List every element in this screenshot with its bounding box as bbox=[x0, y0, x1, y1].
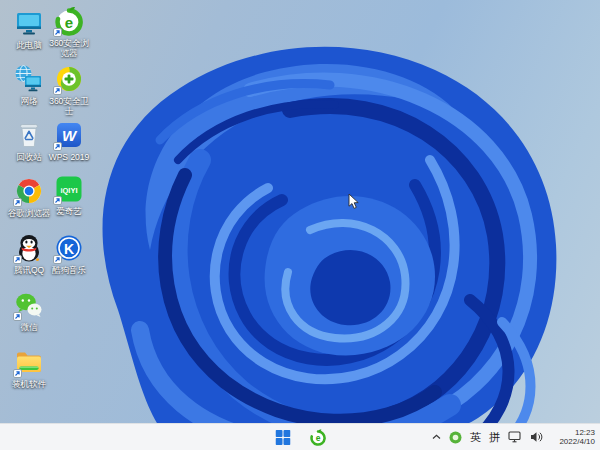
chrome-icon bbox=[14, 176, 44, 206]
icon-label: 谷歌浏览器 bbox=[8, 208, 51, 218]
360-browser-icon: e bbox=[54, 6, 84, 36]
system-tray: 英 拼 12:23 2022/4/10 bbox=[432, 424, 595, 450]
shortcut-arrow-icon bbox=[53, 28, 62, 37]
icon-label: 装机软件 bbox=[12, 379, 46, 389]
ime-pinyin-indicator[interactable]: 拼 bbox=[489, 430, 500, 445]
wechat-icon bbox=[14, 290, 44, 320]
speaker-volume-icon bbox=[530, 431, 543, 443]
shortcut-arrow-icon bbox=[53, 255, 62, 264]
shortcut-arrow-icon bbox=[13, 312, 22, 321]
icon-label: 360安全浏览器 bbox=[45, 38, 93, 58]
desktop[interactable]: 此电脑 e 360安全浏览器 bbox=[0, 0, 600, 450]
kugou-icon: K bbox=[54, 233, 84, 263]
shortcut-arrow-icon bbox=[13, 255, 22, 264]
this-pc-icon bbox=[14, 8, 44, 38]
clock-time: 12:23 bbox=[551, 428, 595, 438]
shortcut-arrow-icon bbox=[13, 198, 22, 207]
360-antivirus-icon bbox=[54, 64, 84, 94]
tray-hidden-icons-chevron[interactable] bbox=[432, 434, 441, 440]
icon-label: 爱奇艺 bbox=[56, 206, 82, 216]
shortcut-arrow-icon bbox=[53, 86, 62, 95]
icon-label: 微信 bbox=[21, 322, 38, 332]
taskbar-center-group: e bbox=[273, 424, 328, 450]
desktop-icon-kugou[interactable]: K 酷狗音乐 bbox=[45, 233, 93, 275]
clock-date: 2022/4/10 bbox=[551, 437, 595, 447]
start-button[interactable] bbox=[273, 427, 293, 447]
360-tray-icon bbox=[449, 431, 462, 444]
icon-label: 网络 bbox=[21, 96, 38, 106]
network-icon bbox=[14, 64, 44, 94]
icon-label: 360安全卫士 bbox=[45, 96, 93, 116]
svg-text:iQIYI: iQIYI bbox=[60, 186, 77, 195]
taskbar: e 英 拼 bbox=[0, 423, 600, 450]
icon-label: WPS 2019 bbox=[49, 152, 90, 162]
svg-text:K: K bbox=[64, 241, 74, 257]
tray-clock[interactable]: 12:23 2022/4/10 bbox=[551, 428, 595, 447]
qq-penguin-icon bbox=[14, 233, 44, 263]
tray-360-item[interactable] bbox=[449, 431, 462, 444]
desktop-icon-software-folder[interactable]: 装机软件 bbox=[5, 347, 53, 389]
network-ethernet-icon bbox=[508, 431, 522, 443]
icon-label: 此电脑 bbox=[16, 40, 42, 50]
ime-language-indicator[interactable]: 英 bbox=[470, 430, 481, 445]
svg-text:e: e bbox=[65, 14, 73, 31]
desktop-icon-iqiyi[interactable]: iQIYI 爱奇艺 bbox=[45, 174, 93, 216]
windows-start-icon bbox=[275, 430, 290, 445]
wps-icon: W bbox=[54, 120, 84, 150]
icon-label: 回收站 bbox=[16, 152, 42, 162]
shortcut-arrow-icon bbox=[13, 369, 22, 378]
icon-label: 腾讯QQ bbox=[14, 265, 44, 275]
svg-text:e: e bbox=[315, 433, 320, 443]
folder-icon bbox=[14, 347, 44, 377]
tray-volume-item[interactable] bbox=[530, 431, 543, 443]
iqiyi-icon: iQIYI bbox=[54, 174, 84, 204]
icon-label: 酷狗音乐 bbox=[52, 265, 86, 275]
desktop-icon-360-antivirus[interactable]: 360安全卫士 bbox=[45, 64, 93, 116]
chevron-up-icon bbox=[432, 434, 441, 440]
recycle-bin-icon bbox=[14, 120, 44, 150]
desktop-icon-wps[interactable]: W WPS 2019 bbox=[45, 120, 93, 162]
svg-text:W: W bbox=[62, 127, 78, 144]
360-browser-taskbar-icon: e bbox=[309, 429, 326, 446]
desktop-icon-wechat[interactable]: 微信 bbox=[5, 290, 53, 332]
tray-network-item[interactable] bbox=[508, 431, 522, 443]
shortcut-arrow-icon bbox=[53, 142, 62, 151]
taskbar-360-browser-button[interactable]: e bbox=[308, 427, 328, 447]
desktop-icon-360-browser[interactable]: e 360安全浏览器 bbox=[45, 6, 93, 58]
shortcut-arrow-icon bbox=[53, 196, 62, 205]
